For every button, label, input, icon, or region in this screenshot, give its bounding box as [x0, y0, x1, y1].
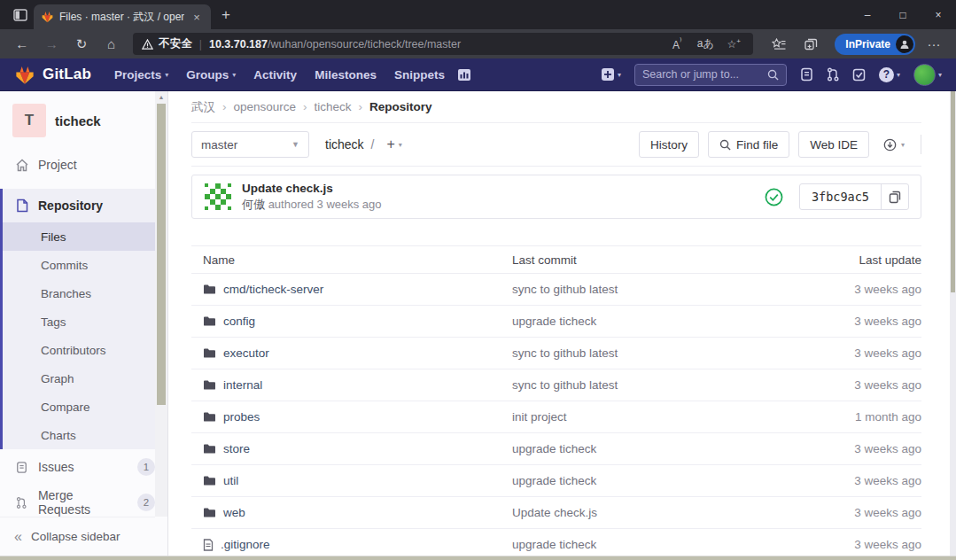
minimize-button[interactable]: –	[850, 0, 885, 29]
download-source-button[interactable]: ▾	[878, 138, 910, 152]
file-name-cell[interactable]: store	[191, 442, 512, 455]
file-name-link[interactable]: store	[223, 442, 250, 455]
collections-icon[interactable]	[797, 33, 824, 56]
table-row[interactable]: store upgrade ticheck 3 weeks ago	[191, 433, 921, 465]
add-favorite-icon[interactable]: ☆+	[723, 37, 744, 51]
issues-icon[interactable]	[800, 67, 813, 82]
file-name-link[interactable]: util	[223, 474, 238, 487]
web-ide-button[interactable]: Web IDE	[798, 131, 869, 158]
table-row[interactable]: cmd/ticheck-server sync to github latest…	[191, 274, 921, 306]
last-commit-cell[interactable]: sync to github latest	[512, 378, 789, 392]
search-input[interactable]	[642, 68, 767, 81]
gitlab-nav-item[interactable]: Activity	[245, 58, 306, 91]
gitlab-nav-item[interactable]: Milestones	[306, 58, 385, 91]
last-commit-cell[interactable]: upgrade ticheck	[512, 538, 789, 551]
gitlab-nav-item[interactable]: Groups ▾	[177, 58, 245, 91]
branch-selector[interactable]: master ▼	[191, 131, 309, 158]
file-name-cell[interactable]: internal	[191, 378, 512, 392]
new-tab-button[interactable]: +	[222, 6, 230, 24]
last-commit-cell[interactable]: upgrade ticheck	[512, 315, 789, 328]
todos-icon[interactable]	[852, 68, 866, 82]
table-row[interactable]: executor sync to github latest 3 weeks a…	[191, 338, 921, 369]
commit-title-link[interactable]: Update check.js	[242, 182, 382, 195]
inprivate-badge[interactable]: InPrivate	[835, 34, 915, 55]
page-horizontal-scrollbar[interactable]	[0, 556, 956, 560]
home-button[interactable]: ⌂	[98, 33, 125, 56]
instance-statistics-icon[interactable]	[457, 68, 471, 82]
table-row[interactable]: internal sync to github latest 3 weeks a…	[191, 369, 921, 401]
translate-icon[interactable]: aあ	[695, 36, 716, 51]
table-row[interactable]: util upgrade ticheck 3 weeks ago	[191, 465, 921, 497]
last-commit-cell[interactable]: sync to github latest	[512, 283, 789, 296]
commit-author[interactable]: 何傲	[242, 198, 265, 211]
vertical-scroll-thumb[interactable]	[951, 91, 955, 292]
table-row[interactable]: web Update check.js 3 weeks ago	[191, 497, 921, 529]
gitlab-logo[interactable]: GitLab	[14, 65, 91, 85]
history-button[interactable]: History	[639, 131, 699, 158]
file-name-cell[interactable]: .gitignore	[191, 538, 512, 551]
pipeline-status-passed-icon[interactable]	[765, 188, 783, 206]
last-commit-cell[interactable]: upgrade ticheck	[512, 442, 789, 455]
file-name-link[interactable]: internal	[223, 378, 262, 392]
close-button[interactable]: ×	[921, 0, 956, 29]
sidebar-item-repository[interactable]: Repository	[3, 189, 167, 222]
repository-subnav-item[interactable]: Contributors	[3, 336, 167, 364]
file-name-link[interactable]: web	[223, 506, 245, 519]
help-menu-button[interactable]: ? ▾	[879, 67, 900, 82]
page-vertical-scrollbar[interactable]	[950, 91, 956, 556]
file-name-link[interactable]: config	[223, 315, 255, 328]
file-name-link[interactable]: executor	[223, 346, 269, 360]
table-row[interactable]: config upgrade ticheck 3 weeks ago	[191, 306, 921, 338]
tab-workspaces-icon[interactable]	[7, 4, 34, 27]
breadcrumb-link[interactable]: 武汉	[191, 99, 215, 115]
file-name-link[interactable]: probes	[223, 410, 260, 424]
refresh-button[interactable]: ↻	[68, 33, 95, 56]
repository-subnav-item[interactable]: Files	[3, 222, 167, 251]
read-aloud-icon[interactable]: A⁾	[666, 36, 688, 51]
file-name-cell[interactable]: config	[191, 315, 512, 328]
favorites-bar-icon[interactable]	[766, 33, 792, 56]
file-name-cell[interactable]: util	[191, 474, 512, 487]
global-search[interactable]	[634, 64, 787, 86]
sidebar-scroll-thumb[interactable]	[157, 104, 166, 405]
settings-more-icon[interactable]: ···	[921, 33, 947, 56]
sidebar-item-merge-requests[interactable]: Merge Requests 2	[0, 485, 167, 520]
sidebar-item-issues[interactable]: Issues 1	[0, 449, 167, 485]
tab-close-icon[interactable]: ×	[190, 11, 204, 24]
back-button[interactable]: ←	[9, 33, 35, 56]
repository-subnav-item[interactable]: Branches	[3, 279, 167, 307]
repository-subnav-item[interactable]: Commits	[3, 251, 167, 279]
project-header[interactable]: T ticheck	[0, 91, 167, 148]
file-name-link[interactable]: .gitignore	[221, 538, 270, 551]
file-name-link[interactable]: cmd/ticheck-server	[223, 283, 323, 296]
file-name-cell[interactable]: web	[191, 506, 512, 519]
path-project[interactable]: ticheck	[325, 137, 364, 152]
sidebar-item-project[interactable]: Project	[0, 148, 167, 182]
gitlab-nav-item[interactable]: Snippets	[385, 58, 454, 91]
last-commit-cell[interactable]: upgrade ticheck	[512, 474, 789, 487]
repository-subnav-item[interactable]: Compare	[3, 393, 167, 421]
forward-button[interactable]: →	[39, 33, 66, 56]
repository-subnav-item[interactable]: Tags	[3, 307, 167, 336]
last-commit-cell[interactable]: sync to github latest	[512, 346, 789, 360]
collapse-sidebar-button[interactable]: « Collapse sidebar	[0, 517, 155, 556]
scroll-up-arrow-icon[interactable]: ▲	[155, 91, 167, 100]
repository-subnav-item[interactable]: Graph	[3, 364, 167, 393]
find-file-button[interactable]: Find file	[708, 131, 789, 158]
address-bar[interactable]: 不安全 | 10.3.70.187/wuhan/opensource/tiche…	[133, 33, 753, 55]
breadcrumb-link[interactable]: ticheck	[315, 100, 352, 113]
copy-sha-button[interactable]	[881, 184, 908, 209]
file-name-cell[interactable]: cmd/ticheck-server	[191, 283, 512, 296]
last-commit-cell[interactable]: Update check.js	[512, 506, 789, 519]
repository-subnav-item[interactable]: Charts	[3, 421, 167, 449]
breadcrumb-link[interactable]: opensource	[234, 100, 297, 113]
user-menu-button[interactable]: ▾	[913, 64, 942, 86]
file-name-cell[interactable]: probes	[191, 410, 512, 424]
browser-tab[interactable]: Files · master · 武汉 / opensourc ×	[34, 4, 211, 29]
gitlab-nav-item[interactable]: Projects ▾	[105, 58, 177, 91]
sidebar-scrollbar[interactable]: ▲	[155, 91, 167, 517]
maximize-button[interactable]: □	[885, 0, 921, 29]
last-commit-cell[interactable]: init project	[512, 410, 789, 424]
table-row[interactable]: .gitignore upgrade ticheck 3 weeks ago	[191, 529, 921, 556]
merge-requests-icon[interactable]	[827, 67, 839, 82]
